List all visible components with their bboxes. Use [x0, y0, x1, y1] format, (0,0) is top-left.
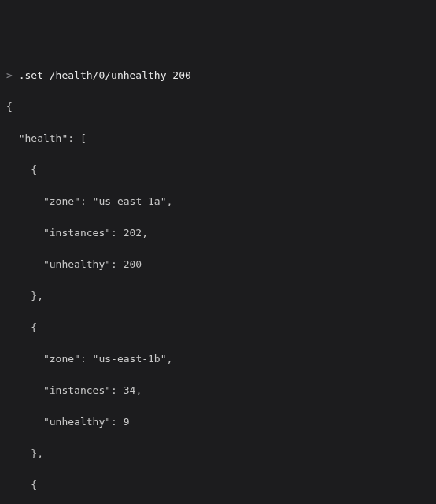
command-line[interactable]: > .set /health/0/unhealthy 200: [6, 68, 430, 83]
command-text: .set /health/0/unhealthy 200: [19, 69, 191, 81]
key-zone: "zone": [43, 353, 80, 365]
key-zone: "zone": [43, 195, 80, 207]
key-unhealthy: "unhealthy": [43, 416, 111, 428]
val-zone: "us-east-1b": [93, 353, 167, 365]
colon: :: [68, 132, 80, 144]
brace-open: {: [31, 164, 37, 176]
json-output: {: [6, 162, 430, 178]
json-output: "instances": 34,: [6, 383, 430, 398]
brace-open: {: [6, 101, 13, 113]
comma: ,: [167, 195, 173, 207]
json-output: "unhealthy": 9: [6, 414, 430, 430]
brace-close: },: [31, 290, 43, 302]
colon: :: [80, 195, 93, 207]
key-unhealthy: "unhealthy": [43, 258, 111, 270]
colon: :: [80, 353, 93, 365]
comma: ,: [142, 227, 148, 239]
colon: :: [111, 258, 124, 270]
brace-close: },: [31, 447, 43, 459]
json-output: {: [6, 99, 430, 115]
key-instances: "instances": [43, 227, 111, 239]
colon: :: [111, 416, 124, 428]
json-output: "zone": "us-east-1a",: [6, 194, 430, 209]
val-unhealthy: 200: [124, 258, 142, 270]
key-health: "health": [19, 132, 68, 144]
brace-open: {: [31, 479, 37, 491]
key-instances: "instances": [43, 384, 111, 396]
prompt-symbol: >: [6, 69, 13, 81]
json-output: "health": [: [6, 131, 430, 146]
json-output: "zone": "us-east-1b",: [6, 351, 430, 367]
comma: ,: [135, 384, 142, 396]
json-output: },: [6, 288, 430, 304]
json-output: },: [6, 446, 430, 461]
json-output: {: [6, 320, 430, 335]
bracket-open: [: [80, 132, 87, 144]
colon: :: [111, 227, 124, 239]
comma: ,: [167, 353, 173, 365]
val-instances: 34: [124, 384, 136, 396]
json-output: {: [6, 477, 430, 493]
val-zone: "us-east-1a": [93, 195, 167, 207]
val-instances: 202: [124, 227, 142, 239]
brace-open: {: [31, 321, 37, 333]
json-output: "unhealthy": 200: [6, 257, 430, 272]
colon: :: [111, 384, 124, 396]
json-output: "instances": 202,: [6, 225, 430, 241]
val-unhealthy: 9: [124, 416, 130, 428]
